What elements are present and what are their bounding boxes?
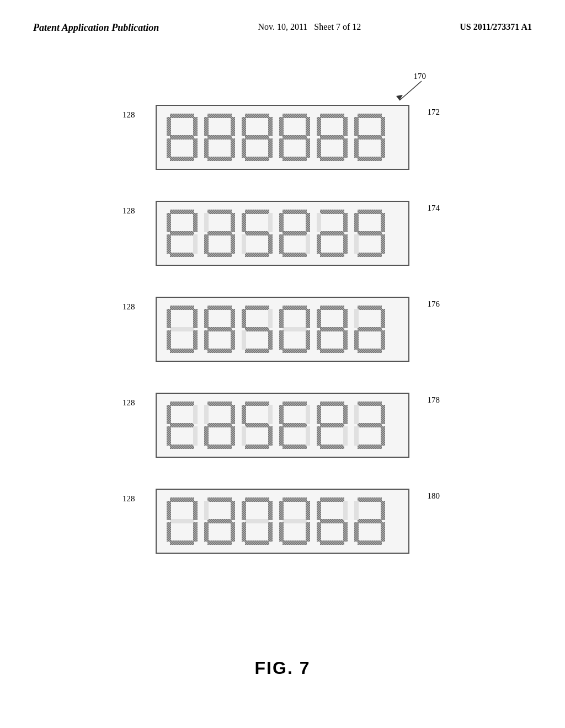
seg-top	[358, 210, 382, 214]
digit-2	[241, 113, 274, 162]
seg-tr	[268, 405, 273, 424]
seg-bl	[279, 522, 284, 542]
seg-bot	[282, 253, 307, 257]
seg-bot	[320, 540, 344, 545]
digit-5	[353, 496, 386, 546]
seg-top	[320, 402, 344, 406]
seg-tr	[231, 309, 235, 328]
seg-br	[231, 426, 235, 446]
ref-right-label: 172	[428, 108, 440, 117]
seg-br	[343, 234, 348, 254]
seg-tl	[242, 117, 246, 136]
seg-mid	[245, 327, 269, 331]
seg-br	[381, 426, 385, 446]
seg-tl	[317, 309, 321, 328]
seg-br	[231, 138, 235, 158]
seg-top	[245, 210, 269, 214]
seg-bot	[170, 349, 194, 353]
seg-tr	[193, 501, 198, 520]
ref-170-arrow	[388, 78, 433, 106]
fig-label: FIG. 7	[255, 658, 311, 678]
seg-mid	[358, 231, 382, 235]
seg-bl	[317, 138, 321, 158]
seg-bot	[207, 540, 232, 545]
display-box-d180	[156, 489, 409, 554]
seg-top	[358, 306, 382, 310]
seg-tr	[193, 405, 198, 424]
seg-bot	[320, 445, 344, 449]
seg-mid	[320, 135, 344, 140]
seg-bl	[204, 522, 209, 542]
seg-tl	[167, 309, 171, 328]
seg-bot	[170, 445, 194, 449]
seg-mid	[170, 135, 194, 140]
seg-br	[343, 522, 348, 542]
seg-tl	[279, 405, 284, 424]
ref-128-label: 128	[122, 206, 135, 216]
seg-mid	[282, 423, 307, 427]
seg-top	[358, 497, 382, 502]
seg-mid	[207, 519, 232, 523]
display-box-d178	[156, 393, 409, 458]
seg-tr	[231, 405, 235, 424]
seg-bl	[317, 522, 321, 542]
seg-top	[282, 306, 307, 310]
seg-bot	[207, 349, 232, 353]
ref-right-label: 180	[428, 491, 440, 501]
ref-right-label: 174	[428, 204, 440, 213]
digit-5	[353, 113, 386, 162]
seg-bot	[320, 253, 344, 257]
display-box-d172	[156, 105, 409, 170]
seg-bl	[279, 234, 284, 254]
seg-br	[343, 138, 348, 158]
seg-mid	[282, 519, 307, 523]
seg-bl	[279, 426, 284, 446]
seg-tl	[167, 117, 171, 136]
seg-mid	[282, 231, 307, 235]
seg-bot	[282, 445, 307, 449]
seg-tl	[317, 501, 321, 520]
seg-bot	[245, 253, 269, 257]
seg-br	[381, 138, 385, 158]
seg-bot	[170, 540, 194, 545]
seg-top	[207, 114, 232, 118]
seg-tr	[193, 213, 198, 232]
seg-bot	[320, 349, 344, 353]
seg-mid	[320, 327, 344, 331]
seg-tr	[343, 309, 348, 328]
seg-mid	[207, 231, 232, 235]
digit-4	[316, 113, 349, 162]
digit-5	[353, 304, 386, 354]
digit-0	[166, 496, 199, 546]
seg-tr	[306, 213, 310, 232]
seg-br	[306, 330, 310, 350]
seg-tl	[167, 501, 171, 520]
seg-tl	[204, 501, 209, 520]
seg-mid	[358, 327, 382, 331]
seg-br	[268, 522, 273, 542]
seg-bl	[167, 426, 171, 446]
seg-mid	[282, 327, 307, 331]
seg-top	[245, 306, 269, 310]
seg-mid	[170, 423, 194, 427]
seg-bot	[170, 253, 194, 257]
seg-bot	[207, 253, 232, 257]
seg-tr	[381, 117, 385, 136]
seg-bot	[358, 445, 382, 449]
seg-bot	[358, 157, 382, 161]
seg-bl	[279, 330, 284, 350]
digit-1	[203, 113, 236, 162]
ref-128-label: 128	[122, 398, 135, 408]
seg-top	[245, 114, 269, 118]
seg-top	[320, 114, 344, 118]
seg-bl	[242, 234, 246, 254]
seg-top	[282, 114, 307, 118]
seg-bl	[167, 234, 171, 254]
seg-tr	[306, 405, 310, 424]
digit-0	[166, 113, 199, 162]
seg-tl	[354, 117, 359, 136]
seg-br	[306, 234, 310, 254]
patent-page: Patent Application Publication Nov. 10, …	[0, 0, 565, 728]
ref-128-label: 128	[122, 110, 135, 120]
seg-tl	[317, 405, 321, 424]
